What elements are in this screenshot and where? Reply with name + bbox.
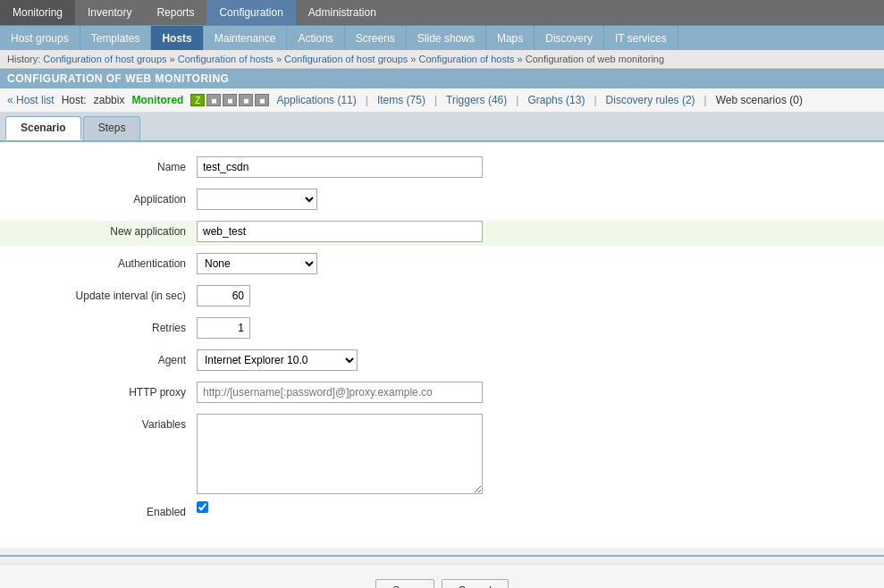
graphs-link[interactable]: Graphs (13) — [527, 94, 585, 106]
name-input[interactable] — [197, 156, 483, 178]
name-control-area — [197, 156, 884, 178]
tabs-container: Scenario Steps — [0, 113, 884, 142]
nav-slide-shows[interactable]: Slide shows — [407, 26, 486, 50]
items-link[interactable]: Items (75) — [377, 94, 425, 106]
form-row-variables: Variables — [0, 414, 884, 494]
form-row-application: Application — [0, 189, 884, 214]
breadcrumb: History: Configuration of host groups » … — [0, 50, 884, 69]
enabled-checkbox[interactable] — [197, 501, 208, 513]
web-scenarios-text: Web scenarios (0) — [716, 94, 803, 106]
breadcrumb-current: Configuration of web monitoring — [526, 54, 664, 64]
label-http-proxy: HTTP proxy — [0, 382, 197, 399]
nav-reports[interactable]: Reports — [144, 0, 206, 25]
form-row-http-proxy: HTTP proxy — [0, 382, 884, 407]
breadcrumb-history: History: — [7, 54, 43, 64]
application-select[interactable] — [197, 189, 317, 210]
nav-it-services[interactable]: IT services — [604, 26, 678, 50]
label-variables: Variables — [0, 414, 197, 431]
nav-host-groups[interactable]: Host groups — [0, 26, 80, 50]
save-button[interactable]: Save — [375, 579, 434, 588]
section-divider — [0, 555, 884, 557]
zabbix-icon-3[interactable]: ■ — [239, 94, 253, 106]
nav-screens[interactable]: Screens — [345, 26, 407, 50]
applications-link[interactable]: Applications (11) — [276, 94, 356, 106]
http-proxy-control-area — [197, 382, 884, 403]
label-agent: Agent — [0, 349, 197, 366]
form-row-name: Name — [0, 156, 884, 181]
triggers-link[interactable]: Triggers (46) — [446, 94, 507, 106]
page-title: CONFIGURATION OF WEB MONITORING — [0, 69, 884, 88]
breadcrumb-link-2[interactable]: Configuration of hosts — [178, 54, 274, 64]
discovery-rules-link[interactable]: Discovery rules (2) — [606, 94, 695, 106]
host-info-bar: « Host list Host: zabbix Monitored Z ■ ■… — [0, 88, 884, 113]
form-row-enabled: Enabled — [0, 501, 884, 526]
zabbix-icon-2[interactable]: ■ — [223, 94, 237, 106]
nav-configuration[interactable]: Configuration — [206, 0, 295, 25]
host-label: Host: — [62, 94, 87, 106]
zabbix-icon-1[interactable]: ■ — [206, 94, 221, 106]
agent-select[interactable]: Internet Explorer 10.0 — [197, 349, 358, 371]
breadcrumb-link-1[interactable]: Configuration of host groups — [43, 54, 166, 64]
nav-administration[interactable]: Administration — [296, 0, 389, 25]
authentication-select[interactable]: None — [197, 253, 317, 274]
nav-inventory[interactable]: Inventory — [75, 0, 144, 25]
cancel-button[interactable]: Cancel — [442, 579, 509, 588]
nav-maps[interactable]: Maps — [486, 26, 535, 50]
label-application: Application — [0, 189, 197, 206]
label-update-interval: Update interval (in sec) — [0, 285, 197, 302]
monitored-badge: Monitored — [131, 94, 183, 106]
zabbix-icon-z[interactable]: Z — [190, 94, 205, 106]
new-application-control-area — [197, 221, 884, 242]
agent-control-area: Internet Explorer 10.0 — [197, 349, 884, 371]
form-row-retries: Retries — [0, 317, 884, 342]
variables-control-area — [197, 414, 884, 494]
form-area: Name Application New application Authent… — [0, 142, 884, 548]
host-name: zabbix — [94, 94, 125, 106]
tab-steps[interactable]: Steps — [83, 116, 141, 140]
label-retries: Retries — [0, 317, 197, 334]
form-row-new-application: New application — [0, 221, 884, 246]
new-application-input[interactable] — [197, 221, 483, 242]
zabbix-icons: Z ■ ■ ■ ■ — [190, 94, 269, 106]
nav-maintenance[interactable]: Maintenance — [204, 26, 288, 50]
enabled-control-area — [197, 501, 884, 513]
nav-hosts[interactable]: Hosts — [151, 26, 203, 50]
form-row-update-interval: Update interval (in sec) — [0, 285, 884, 310]
host-list-link[interactable]: « Host list — [7, 94, 55, 106]
application-control-area — [197, 189, 884, 210]
retries-input[interactable] — [197, 317, 250, 339]
tab-scenario[interactable]: Scenario — [5, 116, 81, 140]
top-navigation: Monitoring Inventory Reports Configurati… — [0, 0, 884, 25]
variables-textarea[interactable] — [197, 414, 483, 494]
label-name: Name — [0, 156, 197, 173]
second-navigation: Host groups Templates Hosts Maintenance … — [0, 25, 884, 50]
update-interval-control-area — [197, 285, 884, 307]
nav-actions[interactable]: Actions — [287, 26, 344, 50]
retries-control-area — [197, 317, 884, 339]
buttons-area: Save Cancel — [0, 564, 884, 588]
label-enabled: Enabled — [0, 501, 197, 518]
breadcrumb-link-4[interactable]: Configuration of hosts — [419, 54, 515, 64]
authentication-control-area: None — [197, 253, 884, 274]
nav-monitoring[interactable]: Monitoring — [0, 0, 75, 25]
nav-templates[interactable]: Templates — [80, 26, 152, 50]
zabbix-icon-4[interactable]: ■ — [255, 94, 269, 106]
form-row-agent: Agent Internet Explorer 10.0 — [0, 349, 884, 374]
update-interval-input[interactable] — [197, 285, 250, 307]
breadcrumb-link-3[interactable]: Configuration of host groups — [284, 54, 408, 64]
label-authentication: Authentication — [0, 253, 197, 270]
form-row-authentication: Authentication None — [0, 253, 884, 278]
http-proxy-input[interactable] — [197, 382, 483, 403]
label-new-application: New application — [0, 221, 197, 238]
nav-discovery[interactable]: Discovery — [535, 26, 604, 50]
